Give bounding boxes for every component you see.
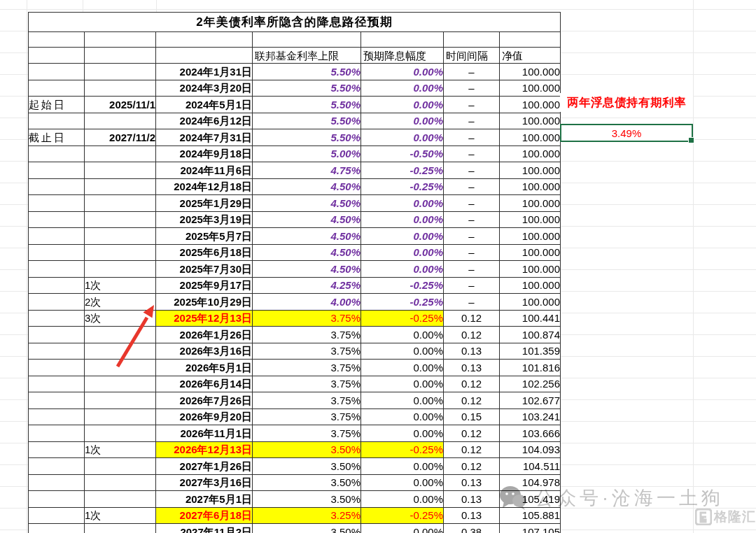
cell-period-label[interactable] — [29, 277, 85, 294]
cell-cut-count[interactable] — [85, 408, 156, 425]
cell-period-label[interactable] — [29, 524, 85, 533]
cell-nav[interactable]: 100.000 — [500, 64, 561, 80]
cell-nav[interactable]: 103.241 — [500, 408, 561, 425]
cell-date[interactable]: 2027年1月26日 — [156, 458, 253, 475]
cell-gap[interactable]: – — [444, 145, 500, 162]
cell-rate[interactable]: 3.75% — [253, 327, 361, 343]
cell-gap[interactable]: 0.12 — [444, 392, 500, 409]
cell-cut[interactable]: 0.00% — [361, 228, 444, 245]
cell-rate[interactable]: 3.75% — [253, 392, 361, 409]
cell-rate[interactable]: 4.50% — [253, 211, 361, 228]
cell-date[interactable]: 2025年7月30日 — [156, 261, 253, 278]
cell-period-label[interactable] — [29, 408, 85, 425]
cell-nav[interactable]: 100.000 — [500, 195, 561, 212]
cell-date[interactable]: 2025年6月18日 — [156, 244, 253, 261]
cell-rate[interactable]: 4.00% — [253, 294, 361, 311]
cell-gap[interactable]: – — [444, 129, 500, 146]
column-header-gap[interactable]: 时间间隔 — [444, 48, 500, 64]
cell-cut[interactable]: -0.50% — [361, 145, 444, 162]
cell-period-label[interactable] — [29, 376, 85, 392]
cell-cut[interactable]: 0.00% — [361, 211, 444, 228]
empty-cell[interactable] — [500, 32, 561, 48]
cell-nav[interactable]: 100.000 — [500, 294, 561, 311]
cell-cut-count[interactable] — [85, 228, 156, 245]
cell-rate[interactable]: 5.50% — [253, 64, 361, 80]
cell-cut-count[interactable] — [85, 244, 156, 261]
cell-rate[interactable]: 5.00% — [253, 145, 361, 162]
column-header-rate[interactable]: 联邦基金利率上限 — [253, 48, 361, 64]
cell-gap[interactable]: 0.12 — [444, 327, 500, 343]
cell-rate[interactable]: 4.50% — [253, 244, 361, 261]
cell-gap[interactable]: – — [444, 228, 500, 245]
cell-cut-count[interactable]: 1次 — [85, 277, 156, 294]
cell-gap[interactable]: – — [444, 277, 500, 294]
cell-cut[interactable]: -0.25% — [361, 162, 444, 179]
cell-cut-count[interactable] — [85, 392, 156, 409]
cell-date[interactable]: 2025年3月19日 — [156, 211, 253, 228]
cell-date[interactable]: 2025年5月7日 — [156, 228, 253, 245]
cell-cut[interactable]: 0.00% — [361, 474, 444, 491]
cell-nav[interactable]: 107.105 — [500, 524, 561, 533]
cell-cut-count[interactable] — [85, 458, 156, 475]
cell-nav[interactable]: 101.359 — [500, 343, 561, 360]
cell-cut-count[interactable] — [85, 178, 156, 195]
cell-nav[interactable]: 100.000 — [500, 80, 561, 97]
cell-rate[interactable]: 5.50% — [253, 97, 361, 113]
empty-cell[interactable] — [361, 32, 444, 48]
cell-date[interactable]: 2026年6月14日 — [156, 376, 253, 392]
cell-cut-count[interactable] — [85, 474, 156, 491]
cell-cut[interactable]: 0.00% — [361, 458, 444, 475]
cell-gap[interactable]: – — [444, 211, 500, 228]
cell-date[interactable]: 2026年12月13日 — [156, 441, 253, 458]
cell-gap[interactable]: 0.38 — [444, 524, 500, 533]
cell-period-value[interactable]: 2025/11/1 — [85, 97, 156, 113]
cell-cut-count[interactable] — [85, 80, 156, 97]
selected-cell[interactable]: 3.49% — [560, 124, 693, 142]
cell-gap[interactable]: 0.13 — [444, 507, 500, 524]
cell-cut-count[interactable] — [85, 162, 156, 179]
cell-period-label[interactable] — [29, 145, 85, 162]
cell-nav[interactable]: 100.000 — [500, 244, 561, 261]
cell-date[interactable]: 2024年12月18日 — [156, 178, 253, 195]
cell-nav[interactable]: 104.093 — [500, 441, 561, 458]
cell-cut[interactable]: -0.25% — [361, 507, 444, 524]
cell-period-label[interactable] — [29, 441, 85, 458]
cell-gap[interactable]: – — [444, 195, 500, 212]
cell-period-label[interactable] — [29, 474, 85, 491]
empty-cell[interactable] — [156, 48, 253, 64]
cell-date[interactable]: 2026年1月26日 — [156, 327, 253, 343]
empty-cell[interactable] — [156, 32, 253, 48]
cell-nav[interactable]: 103.666 — [500, 425, 561, 442]
cell-cut[interactable]: -0.25% — [361, 178, 444, 195]
cell-date[interactable]: 2027年6月18日 — [156, 507, 253, 524]
cell-rate[interactable]: 5.50% — [253, 113, 361, 129]
cell-cut-count[interactable] — [85, 195, 156, 212]
cell-period-label[interactable] — [29, 261, 85, 278]
cell-gap[interactable]: 0.13 — [444, 343, 500, 360]
cell-date[interactable]: 2026年11月1日 — [156, 425, 253, 442]
cell-rate[interactable]: 3.75% — [253, 343, 361, 360]
cell-period-label[interactable] — [29, 228, 85, 245]
cell-cut[interactable]: 0.00% — [361, 343, 444, 360]
cell-period-value[interactable]: 2027/11/2 — [85, 129, 156, 146]
cell-gap[interactable]: 0.12 — [444, 441, 500, 458]
cell-gap[interactable]: 0.12 — [444, 310, 500, 327]
cell-gap[interactable]: 0.12 — [444, 458, 500, 475]
cell-date[interactable]: 2027年5月1日 — [156, 491, 253, 508]
cell-rate[interactable]: 4.50% — [253, 261, 361, 278]
cell-cut[interactable]: -0.25% — [361, 441, 444, 458]
cell-nav[interactable]: 100.000 — [500, 211, 561, 228]
cell-cut-count[interactable] — [85, 113, 156, 129]
cell-date[interactable]: 2026年7月26日 — [156, 392, 253, 409]
empty-cell[interactable] — [29, 32, 85, 48]
empty-cell[interactable] — [85, 32, 156, 48]
cell-cut-count[interactable]: 1次 — [85, 507, 156, 524]
cell-date[interactable]: 2025年10月29日 — [156, 294, 253, 311]
cell-rate[interactable]: 3.75% — [253, 425, 361, 442]
cell-rate[interactable]: 4.50% — [253, 195, 361, 212]
cell-nav[interactable]: 105.419 — [500, 491, 561, 508]
cell-rate[interactable]: 3.75% — [253, 408, 361, 425]
cell-rate[interactable]: 4.50% — [253, 178, 361, 195]
cell-nav[interactable]: 100.000 — [500, 145, 561, 162]
cell-nav[interactable]: 100.000 — [500, 129, 561, 146]
